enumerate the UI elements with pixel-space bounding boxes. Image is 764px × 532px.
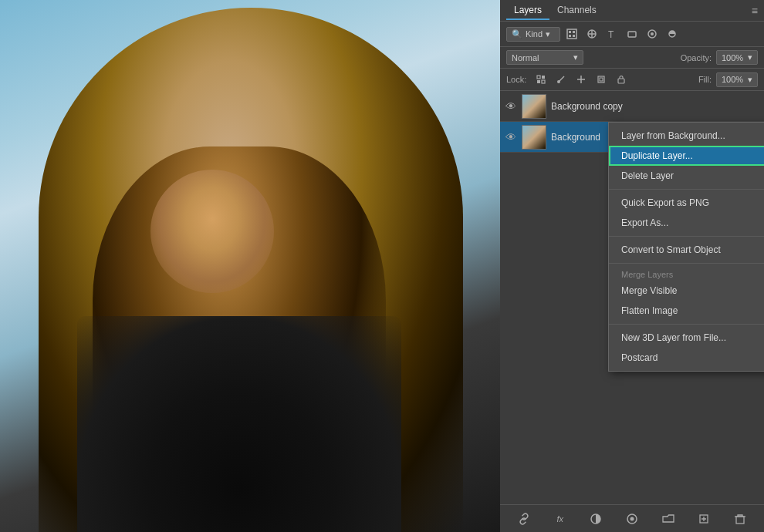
svg-rect-18: [618, 79, 624, 83]
svg-rect-17: [600, 78, 603, 81]
shape-filter-icon[interactable]: [624, 26, 641, 42]
color-filter-icon[interactable]: [664, 26, 681, 42]
layers-bottom-bar: fx: [500, 504, 764, 532]
fill-label: Fill:: [698, 75, 712, 84]
panel-options-icon[interactable]: ≡: [752, 5, 758, 17]
add-mask-icon[interactable]: [587, 510, 605, 528]
lock-artboards-icon[interactable]: [593, 72, 610, 87]
svg-rect-14: [542, 80, 545, 83]
lock-all-icon[interactable]: [613, 72, 630, 87]
lock-image-pixels-icon[interactable]: [553, 72, 570, 87]
tab-channels[interactable]: Channels: [549, 2, 604, 20]
photo-background: [0, 0, 500, 532]
ctx-quick-export[interactable]: Quick Export as PNG: [609, 193, 764, 213]
svg-rect-0: [567, 29, 576, 39]
svg-rect-1: [569, 31, 571, 33]
ctx-flatten-image[interactable]: Flatten Image: [609, 301, 764, 321]
svg-point-21: [630, 517, 634, 520]
ctx-new-3d-layer[interactable]: New 3D Layer from File...: [609, 328, 764, 348]
svg-point-15: [557, 80, 560, 83]
svg-text:T: T: [608, 29, 614, 39]
lock-transparency-icon[interactable]: [532, 72, 549, 87]
opacity-arrow: ▾: [748, 52, 752, 62]
delete-layer-icon[interactable]: [731, 510, 749, 528]
ctx-convert-smart-object[interactable]: Convert to Smart Object: [609, 240, 764, 260]
new-group-icon[interactable]: [659, 510, 678, 528]
svg-rect-16: [598, 76, 604, 82]
ctx-separator-1: [609, 189, 764, 190]
kind-label: Kind: [526, 29, 543, 39]
lock-label: Lock:: [506, 75, 526, 84]
face-overlay: [150, 170, 274, 293]
svg-rect-12: [542, 76, 545, 79]
ctx-separator-3: [609, 263, 764, 264]
blend-mode-dropdown[interactable]: Normal ▾: [506, 50, 583, 65]
lock-position-icon[interactable]: [573, 72, 590, 87]
lock-fill-row: Lock: Fill: 100% ▾: [500, 69, 764, 91]
svg-rect-23: [736, 517, 744, 524]
kind-dropdown[interactable]: 🔍 Kind ▾: [506, 27, 560, 42]
blend-opacity-row: Normal ▾ Opacity: 100% ▾: [500, 47, 764, 69]
layer-thumb-img-bg-copy: [522, 95, 546, 118]
ctx-separator-4: [609, 324, 764, 325]
ctx-duplicate-layer[interactable]: Duplicate Layer...: [609, 146, 764, 166]
layer-name-bg-copy: Background copy: [551, 101, 759, 112]
search-small-icon: 🔍: [512, 29, 522, 39]
fx-text: fx: [557, 514, 564, 524]
svg-point-9: [651, 32, 654, 35]
link-layers-icon[interactable]: [515, 510, 533, 528]
adjustment-layer-icon[interactable]: [623, 510, 641, 528]
ctx-merge-layers-label: Merge Layers: [609, 267, 764, 281]
svg-rect-3: [569, 35, 571, 37]
pixel-filter-icon[interactable]: [563, 26, 580, 42]
svg-rect-7: [628, 32, 636, 37]
layer-thumb-bg: [522, 125, 546, 150]
blend-mode-arrow: ▾: [573, 52, 578, 62]
svg-rect-4: [573, 35, 575, 37]
svg-rect-13: [537, 80, 540, 83]
fill-input[interactable]: 100% ▾: [716, 72, 758, 87]
blend-mode-label: Normal: [512, 53, 539, 62]
kind-arrow: ▾: [546, 29, 550, 39]
ctx-layer-from-background[interactable]: Layer from Background...: [609, 126, 764, 146]
canvas-area: [0, 0, 500, 532]
layer-effects-icon[interactable]: fx: [551, 510, 570, 528]
adjustment-filter-icon[interactable]: [583, 26, 600, 42]
tab-layers[interactable]: Layers: [506, 2, 549, 20]
svg-rect-11: [537, 76, 540, 79]
ctx-merge-visible[interactable]: Merge Visible: [609, 281, 764, 301]
layers-filter-toolbar: 🔍 Kind ▾ T: [500, 22, 764, 47]
context-menu: Layer from Background... Duplicate Layer…: [608, 122, 764, 372]
panel-header: Layers Channels ≡: [500, 0, 764, 22]
smart-filter-icon[interactable]: [644, 26, 661, 42]
right-panel: Layers Channels ≡ 🔍 Kind ▾ T No: [500, 0, 764, 532]
clothing-overlay: [77, 316, 401, 532]
opacity-val: 100%: [722, 53, 743, 62]
visibility-toggle-bg[interactable]: 👁: [505, 131, 517, 143]
opacity-label: Opacity:: [681, 53, 712, 62]
ctx-export-as[interactable]: Export As...: [609, 213, 764, 233]
visibility-toggle-bg-copy[interactable]: 👁: [505, 100, 517, 113]
lock-icons-group: [532, 72, 630, 87]
opacity-input[interactable]: 100% ▾: [716, 50, 758, 65]
type-filter-icon[interactable]: T: [603, 26, 620, 42]
layer-thumb-bg-copy: [522, 94, 546, 119]
ctx-delete-layer[interactable]: Delete Layer: [609, 166, 764, 186]
fill-val: 100%: [722, 75, 743, 84]
fill-arrow: ▾: [748, 75, 752, 85]
new-layer-icon[interactable]: [695, 510, 713, 528]
layer-thumb-img-bg: [522, 126, 546, 149]
layer-item-background-copy[interactable]: 👁 Background copy: [500, 91, 764, 122]
ctx-separator-2: [609, 236, 764, 237]
svg-rect-2: [573, 31, 575, 33]
ctx-postcard[interactable]: Postcard: [609, 348, 764, 368]
